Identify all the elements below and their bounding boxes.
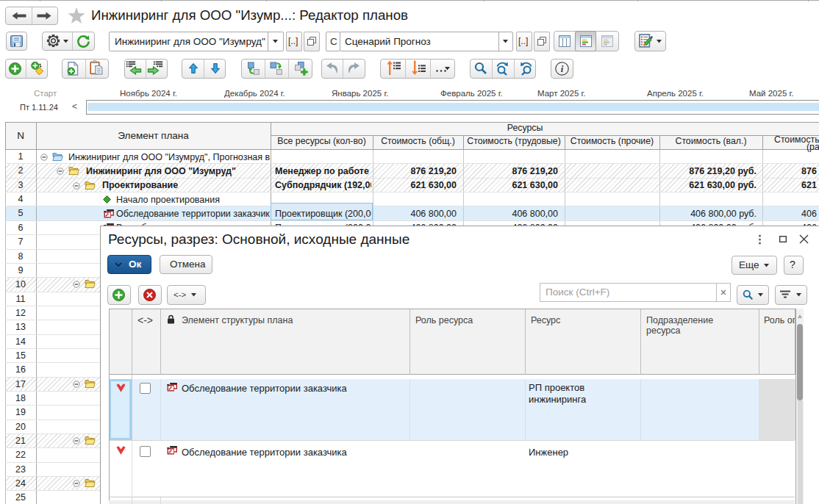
svg-text:i: i — [561, 64, 564, 74]
